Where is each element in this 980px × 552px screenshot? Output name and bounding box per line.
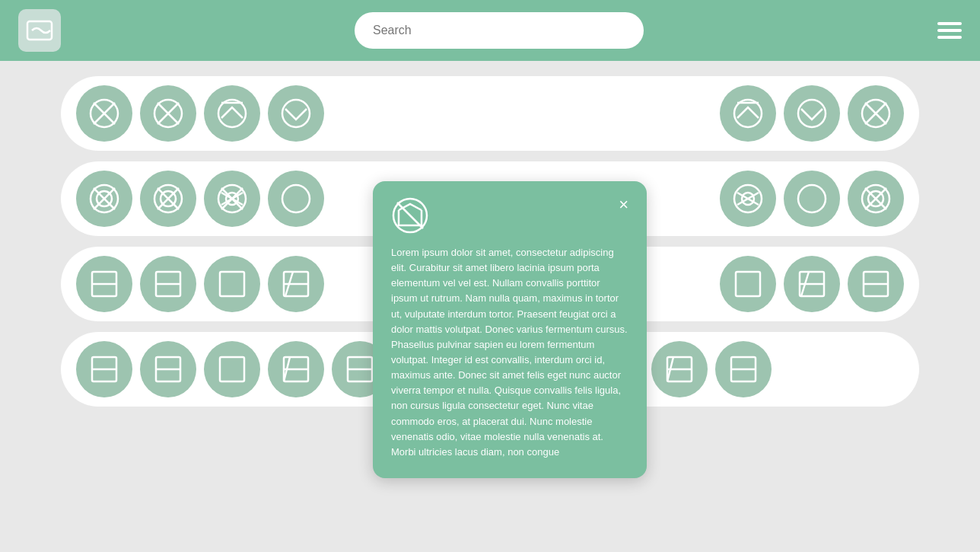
icon-4-3[interactable] bbox=[204, 341, 260, 397]
svg-point-12 bbox=[798, 100, 826, 127]
svg-point-7 bbox=[218, 100, 246, 127]
icon-4-2[interactable] bbox=[140, 341, 196, 397]
popup-icon bbox=[391, 196, 429, 235]
icon-3-4[interactable] bbox=[268, 256, 324, 312]
logo-icon bbox=[26, 20, 53, 41]
svg-rect-0 bbox=[27, 21, 52, 40]
svg-point-35 bbox=[798, 185, 826, 212]
app-header bbox=[0, 0, 980, 61]
icon-2-7[interactable] bbox=[848, 171, 904, 227]
icon-4-4[interactable] bbox=[268, 341, 324, 397]
icon-1-7[interactable] bbox=[848, 85, 904, 142]
icon-2-3[interactable] bbox=[204, 171, 260, 227]
logo bbox=[18, 9, 61, 52]
icon-1-3[interactable] bbox=[204, 85, 260, 142]
icon-2-1[interactable] bbox=[76, 171, 132, 227]
icon-2-5[interactable] bbox=[720, 171, 776, 227]
icon-3-7[interactable] bbox=[848, 256, 904, 312]
icon-4-1[interactable] bbox=[76, 341, 132, 397]
svg-rect-48 bbox=[736, 272, 760, 296]
search-input[interactable] bbox=[355, 12, 644, 49]
svg-rect-44 bbox=[220, 272, 244, 296]
popup-description: Lorem ipsum dolor sit amet, consectetur … bbox=[391, 245, 628, 460]
menu-button[interactable] bbox=[937, 22, 962, 39]
icon-3-2[interactable] bbox=[140, 256, 196, 312]
icon-3-5[interactable] bbox=[720, 256, 776, 312]
main-content: × Lorem ipsum dolor sit amet, consectetu… bbox=[0, 61, 980, 432]
icon-3-3[interactable] bbox=[204, 256, 260, 312]
icon-2-2[interactable] bbox=[140, 171, 196, 227]
icon-2-6[interactable] bbox=[784, 171, 840, 227]
icon-1-1[interactable] bbox=[76, 85, 132, 142]
popup-close-button[interactable]: × bbox=[619, 196, 628, 213]
svg-rect-58 bbox=[220, 357, 244, 381]
svg-point-9 bbox=[282, 100, 310, 127]
icon-3-1[interactable] bbox=[76, 256, 132, 312]
svg-point-30 bbox=[282, 185, 310, 212]
icon-3-6[interactable] bbox=[784, 256, 840, 312]
icon-1-4[interactable] bbox=[268, 85, 324, 142]
icon-1-2[interactable] bbox=[140, 85, 196, 142]
popup-header: × bbox=[391, 196, 628, 235]
icon-4-11[interactable] bbox=[715, 341, 772, 397]
icon-1-5[interactable] bbox=[720, 85, 776, 142]
icon-2-4[interactable] bbox=[268, 171, 324, 227]
svg-point-10 bbox=[734, 100, 762, 127]
icon-row-1 bbox=[61, 76, 919, 151]
icon-4-10[interactable] bbox=[651, 341, 708, 397]
icon-1-6[interactable] bbox=[784, 85, 840, 142]
info-popup: × Lorem ipsum dolor sit amet, consectetu… bbox=[373, 181, 647, 478]
